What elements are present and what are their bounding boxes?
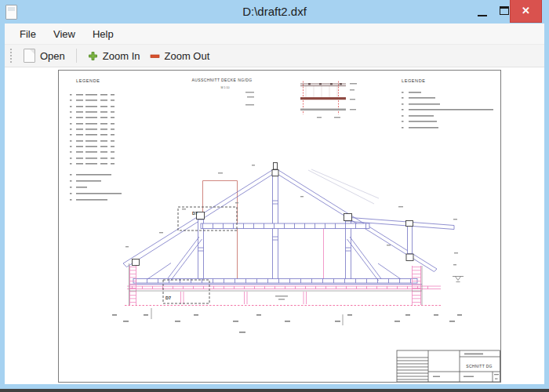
menu-file[interactable]: File <box>11 25 45 43</box>
close-icon: ✕ <box>522 5 530 16</box>
ceiling-detail: AUSSCHNITT DECKE NG/DG M 1:10 <box>191 78 357 118</box>
truss-members <box>123 169 454 285</box>
detail-scale: M 1:10 <box>221 86 230 89</box>
minimize-button[interactable] <box>475 0 489 22</box>
legend-right-title: LEGENDE <box>402 78 426 83</box>
d7-label-bottom: D7 <box>165 296 171 300</box>
toolbar-separator <box>76 49 77 63</box>
open-button[interactable]: Open <box>19 46 70 65</box>
d7-label-top: D7 <box>192 211 198 216</box>
app-window: D:\draft2.dxf ✕ File View Help Open <box>0 0 549 392</box>
zoom-out-label: Zoom Out <box>165 50 210 62</box>
level-datum-icon <box>453 277 464 282</box>
zoom-in-button[interactable]: Zoom In <box>83 48 145 64</box>
window-content: File View Help Open Zoom In Zoom Out <box>5 24 544 384</box>
canvas-area[interactable]: LEGENDE <box>5 67 544 384</box>
zoom-out-button[interactable]: Zoom Out <box>145 48 215 64</box>
title-block: SCHNITT DG <box>397 350 500 382</box>
window-bottom-edge <box>0 389 549 392</box>
maximize-icon <box>500 6 509 15</box>
minimize-icon <box>478 15 487 16</box>
open-label: Open <box>40 50 65 62</box>
title-block-title: SCHNITT DG <box>466 364 492 368</box>
close-button[interactable]: ✕ <box>510 0 542 23</box>
legend-left-title: LEGENDE <box>76 78 100 83</box>
menu-view[interactable]: View <box>45 25 84 43</box>
menu-bar: File View Help <box>5 24 544 45</box>
menu-help[interactable]: Help <box>84 25 122 43</box>
dxf-drawing: LEGENDE <box>59 71 500 382</box>
dimension-chain <box>112 308 462 333</box>
minus-icon <box>150 51 160 61</box>
plus-icon <box>88 51 98 61</box>
legend-left: LEGENDE <box>70 78 122 201</box>
drawing-sheet: LEGENDE <box>58 70 501 383</box>
title-bar[interactable]: D:\draft2.dxf ✕ <box>0 0 549 24</box>
window-title: D:\draft2.dxf <box>0 0 549 24</box>
zoom-in-label: Zoom In <box>103 50 140 62</box>
document-icon <box>24 49 35 63</box>
toolbar-grip[interactable] <box>9 49 13 63</box>
legend-right: LEGENDE <box>402 78 493 129</box>
truss-section: D7 D7 <box>112 163 464 333</box>
detail-title: AUSSCHNITT DECKE NG/DG <box>191 78 252 82</box>
toolbar: Open Zoom In Zoom Out <box>5 45 544 67</box>
